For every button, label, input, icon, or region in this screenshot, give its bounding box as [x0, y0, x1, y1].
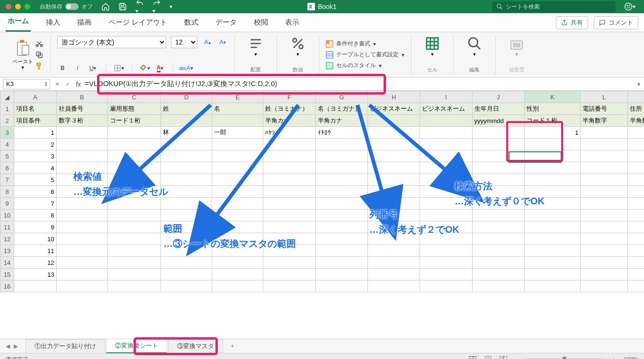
col-J[interactable]: J	[472, 91, 524, 103]
cell[interactable]	[212, 162, 263, 174]
cell[interactable]: 名（ヨミガナ）	[315, 103, 367, 115]
cell[interactable]	[581, 233, 628, 245]
cell[interactable]	[524, 257, 581, 269]
cell[interactable]: 項目名	[14, 103, 56, 115]
percent-icon[interactable]	[290, 36, 305, 51]
cell[interactable]	[472, 269, 524, 280]
cell[interactable]	[420, 245, 472, 257]
decrease-font-icon[interactable]: A▾	[217, 37, 228, 47]
cell[interactable]	[107, 257, 161, 269]
cell[interactable]: 半角カナ	[263, 115, 315, 127]
cell[interactable]	[628, 186, 644, 198]
cell[interactable]: ビジネスネーム	[368, 103, 420, 115]
cell[interactable]: ビジネスネーム	[420, 103, 472, 115]
cell[interactable]	[368, 162, 420, 174]
cell[interactable]	[472, 245, 524, 257]
cell[interactable]	[263, 269, 315, 280]
italic-button[interactable]: I	[72, 63, 83, 73]
cell[interactable]: 半角数字	[581, 115, 628, 127]
row-header[interactable]: 14	[0, 257, 14, 269]
cell[interactable]: 項目条件	[14, 115, 56, 127]
cell[interactable]	[315, 233, 367, 245]
cell[interactable]	[368, 186, 420, 198]
cell[interactable]	[315, 150, 367, 162]
cell[interactable]	[368, 139, 420, 150]
cell[interactable]	[263, 139, 315, 150]
fill-color-button[interactable]: ▾	[140, 63, 150, 73]
find-icon[interactable]	[467, 36, 482, 51]
cell[interactable]	[212, 269, 263, 280]
cell[interactable]: 8	[14, 210, 56, 221]
cell[interactable]	[315, 139, 367, 150]
tab-formulas[interactable]: 数式	[182, 14, 200, 32]
cell[interactable]	[161, 186, 212, 198]
row-header[interactable]: 12	[0, 233, 14, 245]
cell[interactable]	[581, 139, 628, 150]
col-L[interactable]: L	[581, 91, 628, 103]
zoom-in-button[interactable]: ＋	[611, 356, 617, 359]
col-H[interactable]: H	[368, 91, 420, 103]
col-K[interactable]: K	[524, 91, 581, 103]
cell[interactable]	[420, 139, 472, 150]
cell[interactable]	[315, 280, 367, 292]
cell[interactable]: 2	[14, 139, 56, 150]
cell[interactable]	[212, 139, 263, 150]
cell[interactable]: 11	[14, 245, 56, 257]
cell[interactable]: 12	[14, 257, 56, 269]
cell[interactable]	[581, 210, 628, 221]
col-E[interactable]: E	[212, 91, 263, 103]
cell[interactable]	[107, 280, 161, 292]
cell[interactable]	[368, 115, 420, 127]
align-icon[interactable]	[248, 36, 263, 51]
cell[interactable]	[56, 198, 107, 210]
cell[interactable]	[263, 186, 315, 198]
cell[interactable]: 半角数字	[628, 115, 644, 127]
toggle-icon[interactable]	[65, 3, 79, 10]
cell[interactable]	[581, 162, 628, 174]
cell[interactable]	[581, 280, 628, 292]
cell[interactable]	[472, 210, 524, 221]
cell[interactable]: 6	[14, 186, 56, 198]
col-M[interactable]: M	[628, 91, 644, 103]
cell[interactable]	[368, 280, 420, 292]
col-B[interactable]: B	[56, 91, 107, 103]
cell[interactable]	[368, 257, 420, 269]
col-A[interactable]: A	[14, 91, 56, 103]
cell[interactable]	[56, 139, 107, 150]
col-G[interactable]: G	[315, 91, 367, 103]
cell[interactable]	[472, 257, 524, 269]
cell[interactable]: 1	[14, 127, 56, 139]
cell[interactable]	[581, 245, 628, 257]
cell[interactable]	[107, 127, 161, 139]
cell[interactable]	[263, 198, 315, 210]
tab-data[interactable]: データ	[214, 14, 239, 32]
cell[interactable]	[212, 150, 263, 162]
row-header[interactable]: 2	[0, 115, 14, 127]
cell[interactable]: yyyymmdd	[472, 115, 524, 127]
sheet-nav-next-icon[interactable]: ▶	[14, 343, 18, 350]
cell[interactable]	[56, 127, 107, 139]
tab-view[interactable]: 表示	[283, 14, 301, 32]
cell[interactable]	[581, 150, 628, 162]
cell[interactable]	[472, 150, 524, 162]
row-header[interactable]: 10	[0, 210, 14, 221]
cell[interactable]	[628, 280, 644, 292]
cell[interactable]: 生年月日	[472, 103, 524, 115]
cell[interactable]	[315, 162, 367, 174]
home-icon[interactable]	[101, 2, 110, 11]
copy-icon[interactable]	[35, 51, 44, 59]
cell[interactable]	[524, 280, 581, 292]
cell[interactable]	[628, 210, 644, 221]
row-header[interactable]: 6	[0, 162, 14, 174]
cell[interactable]	[581, 174, 628, 186]
worksheet[interactable]: ◢ A B C D E F G H I J K L M 1 項目名 社員番号 雇	[0, 91, 644, 339]
cell[interactable]: 性別	[524, 103, 581, 115]
sensitivity-icon[interactable]	[509, 36, 524, 51]
cell[interactable]: 10	[14, 233, 56, 245]
cell[interactable]: コード１桁	[107, 115, 161, 127]
cell[interactable]	[315, 186, 367, 198]
col-F[interactable]: F	[263, 91, 315, 103]
cell[interactable]	[420, 280, 472, 292]
sheet-tab-1[interactable]: ①出力データ貼り付け	[26, 339, 105, 353]
cell[interactable]: 9	[14, 221, 56, 233]
